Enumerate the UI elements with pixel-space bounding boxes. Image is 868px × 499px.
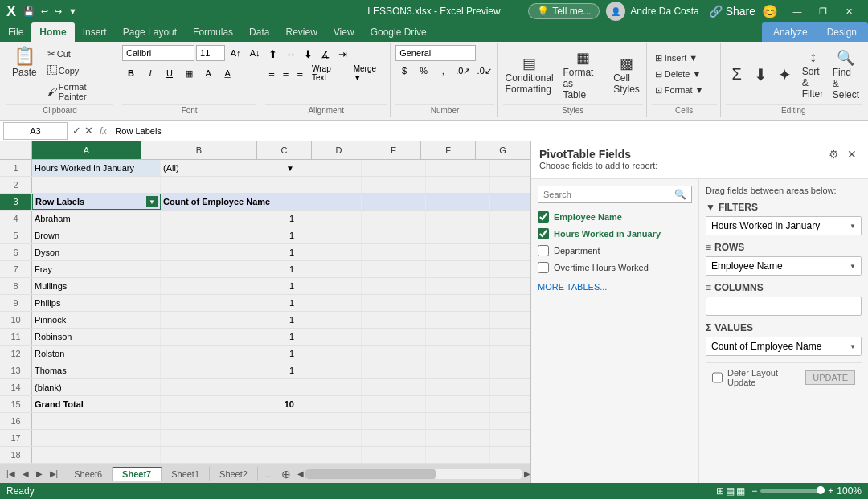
cell-f13[interactable] (490, 362, 530, 378)
col-header-c[interactable]: C (257, 141, 312, 159)
align-middle-btn[interactable]: ↔ (282, 45, 299, 63)
save-btn[interactable]: 💾 (21, 5, 37, 18)
zoom-slider[interactable] (760, 489, 825, 493)
zoom-in-btn[interactable]: + (828, 485, 833, 497)
wrap-text-btn[interactable]: Wrap Text (308, 65, 348, 81)
cell-d4[interactable] (362, 211, 426, 227)
font-family-input[interactable] (122, 45, 194, 61)
cell-f11[interactable] (490, 329, 530, 345)
cell-f9[interactable] (490, 295, 530, 311)
cell-a10[interactable]: Pinnock (32, 312, 161, 328)
cell-a1[interactable]: Hours Worked in January (32, 160, 161, 176)
cell-b18[interactable] (161, 447, 297, 463)
cell-b4[interactable]: 1 (161, 211, 297, 227)
cell-b6[interactable]: 1 (161, 244, 297, 260)
cell-c3[interactable] (297, 194, 362, 210)
text-angle-btn[interactable]: ∡ (317, 45, 334, 63)
cell-c7[interactable] (297, 261, 362, 277)
col-header-f[interactable]: F (421, 141, 476, 159)
cell-c11[interactable] (297, 329, 362, 345)
tab-analyze[interactable]: Analyze (764, 22, 817, 42)
cell-d6[interactable] (362, 244, 426, 260)
cell-c15[interactable] (297, 396, 362, 412)
cell-f14[interactable] (490, 379, 530, 395)
cell-d3[interactable] (362, 194, 426, 210)
cell-e11[interactable] (426, 329, 490, 345)
tab-formulas[interactable]: Formulas (185, 22, 241, 42)
paste-btn[interactable]: 📋 Paste (6, 45, 43, 104)
cell-f2[interactable] (490, 177, 530, 193)
cell-b12[interactable]: 1 (161, 346, 297, 362)
pivot-gear-btn[interactable]: ⚙ (829, 148, 839, 161)
close-btn[interactable]: ✕ (836, 3, 862, 19)
align-left-btn[interactable]: ≡ (265, 64, 278, 82)
cell-e15[interactable] (426, 396, 490, 412)
zoom-out-btn[interactable]: − (751, 485, 757, 497)
cell-b7[interactable]: 1 (161, 261, 297, 277)
cell-e12[interactable] (426, 346, 490, 362)
tab-google-drive[interactable]: Google Drive (362, 22, 435, 42)
cell-a4[interactable]: Abraham (32, 211, 161, 227)
tab-home[interactable]: Home (31, 22, 74, 42)
cell-e13[interactable] (426, 362, 490, 378)
cell-d13[interactable] (362, 362, 426, 378)
cell-f10[interactable] (490, 312, 530, 328)
cell-c1[interactable] (297, 160, 362, 176)
formula-cancel-icon[interactable]: ✕ (83, 123, 95, 138)
cell-d2[interactable] (362, 177, 426, 193)
cell-d16[interactable] (362, 413, 426, 429)
bold-btn[interactable]: B (122, 65, 140, 81)
cell-d17[interactable] (362, 430, 426, 446)
page-break-btn[interactable]: ▦ (736, 485, 745, 497)
autosum-btn[interactable]: Σ (726, 62, 748, 87)
cell-c9[interactable] (297, 295, 362, 311)
add-sheet-btn[interactable]: ⊕ (275, 465, 297, 483)
cell-a17[interactable] (32, 430, 161, 446)
undo-btn[interactable]: ↩ (39, 5, 51, 18)
filter-dropdown-b1[interactable]: ▼ (286, 164, 294, 173)
tab-review[interactable]: Review (277, 22, 325, 42)
cell-a12[interactable]: Rolston (32, 346, 161, 362)
defer-checkbox[interactable] (712, 372, 723, 383)
clear-btn[interactable]: ✦ (774, 62, 796, 88)
cell-b14[interactable] (161, 379, 297, 395)
cell-a8[interactable]: Mullings (32, 278, 161, 294)
cell-a6[interactable]: Dyson (32, 244, 161, 260)
tab-insert[interactable]: Insert (75, 22, 115, 42)
filters-drop-zone[interactable]: Hours Worked in January ▼ (706, 216, 862, 235)
cell-a11[interactable]: Robinson (32, 329, 161, 345)
minimize-btn[interactable]: — (784, 3, 810, 19)
align-center-btn[interactable]: ≡ (280, 64, 293, 82)
cell-f16[interactable] (490, 413, 530, 429)
border-btn[interactable]: ▦ (180, 65, 198, 81)
emoji-btn[interactable]: 😊 (762, 4, 778, 19)
row-item-dropdown[interactable]: ▼ (850, 263, 856, 270)
underline-btn[interactable]: U (161, 65, 178, 81)
cell-f6[interactable] (490, 244, 530, 260)
cell-a14[interactable]: (blank) (32, 379, 161, 395)
font-color-btn[interactable]: A (219, 65, 236, 81)
columns-drop-zone[interactable] (706, 297, 862, 316)
find-select-btn[interactable]: 🔍 Find &Select (830, 46, 862, 104)
cell-c10[interactable] (297, 312, 362, 328)
cell-f8[interactable] (490, 278, 530, 294)
cell-c13[interactable] (297, 362, 362, 378)
field-checkbox-employee-name[interactable] (538, 211, 549, 223)
copy-btn[interactable]: ⿺ Copy (44, 63, 113, 79)
cell-e2[interactable] (426, 177, 490, 193)
redo-btn[interactable]: ↪ (52, 5, 64, 18)
conditional-formatting-btn[interactable]: ▤ ConditionalFormatting (503, 51, 556, 98)
tab-file[interactable]: File (0, 22, 31, 42)
cell-a18[interactable] (32, 447, 161, 463)
more-tables-link[interactable]: MORE TABLES... (538, 282, 607, 292)
cell-e6[interactable] (426, 244, 490, 260)
rows-drop-zone[interactable]: Employee Name ▼ (706, 256, 862, 276)
cell-b17[interactable] (161, 430, 297, 446)
cell-d5[interactable] (362, 227, 426, 243)
update-btn[interactable]: UPDATE (805, 370, 855, 385)
field-checkbox-overtime[interactable] (538, 262, 549, 273)
field-checkbox-hours-worked[interactable] (538, 228, 549, 239)
cell-b8[interactable]: 1 (161, 278, 297, 294)
name-box[interactable]: A3 (3, 122, 68, 140)
cell-f1[interactable] (490, 160, 530, 176)
